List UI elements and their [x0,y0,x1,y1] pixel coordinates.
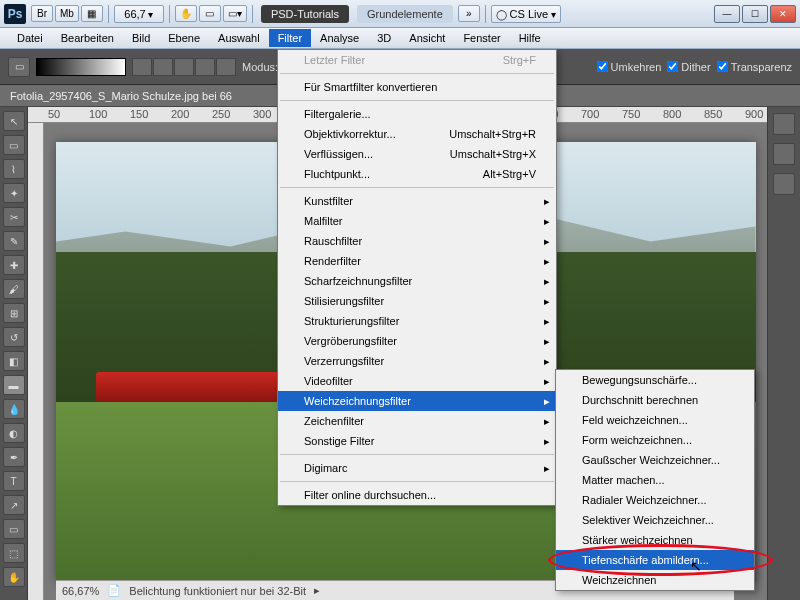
gradient-angle[interactable] [174,58,194,76]
gradient-tool[interactable]: ▬ [3,375,25,395]
filter-menu-dropdown: Letzter FilterStrg+FFür Smartfilter konv… [277,49,557,506]
ruler-vertical [28,123,44,600]
heal-tool[interactable]: ✚ [3,255,25,275]
menubar: DateiBearbeitenBildEbeneAuswahlFilterAna… [0,28,800,49]
panel-icon-1[interactable] [773,113,795,135]
submenu-item[interactable]: Tiefenschärfe abmildern... [556,550,754,570]
gradient-diamond[interactable] [216,58,236,76]
minimize-button[interactable]: — [714,5,740,23]
menu-item[interactable]: Rauschfilter▸ [278,231,556,251]
status-zoom[interactable]: 66,67% [62,585,99,597]
menu-bearbeiten[interactable]: Bearbeiten [52,29,123,47]
cslive-button[interactable]: ◯ CS Live ▾ [491,5,561,23]
lasso-tool[interactable]: ⌇ [3,159,25,179]
pen-tool[interactable]: ✒ [3,447,25,467]
3d-tool[interactable]: ⬚ [3,543,25,563]
menu-item[interactable]: Strukturierungsfilter▸ [278,311,556,331]
minibridge-button[interactable]: Mb [55,5,79,22]
type-tool[interactable]: T [3,471,25,491]
menu-item[interactable]: Zeichenfilter▸ [278,411,556,431]
menu-datei[interactable]: Datei [8,29,52,47]
menu-item[interactable]: Verflüssigen...Umschalt+Strg+X [278,144,556,164]
blur-submenu: Bewegungsunschärfe...Durchschnitt berech… [555,369,755,591]
status-message: Belichtung funktioniert nur bei 32-Bit [129,585,306,597]
submenu-item[interactable]: Selektiver Weichzeichner... [556,510,754,530]
dither-checkbox[interactable]: Dither [667,61,710,73]
close-button[interactable]: ✕ [770,5,796,23]
brush-tool[interactable]: 🖌 [3,279,25,299]
menu-item[interactable]: Objektivkorrektur...Umschalt+Strg+R [278,124,556,144]
marquee-tool[interactable]: ▭ [3,135,25,155]
shape-tool[interactable]: ▭ [3,519,25,539]
gradient-preview[interactable] [36,58,126,76]
tool-preset[interactable]: ▭ [8,57,30,77]
submenu-item[interactable]: Weichzeichnen [556,570,754,590]
gradient-radial[interactable] [153,58,173,76]
gradient-reflected[interactable] [195,58,215,76]
eraser-tool[interactable]: ◧ [3,351,25,371]
menu-ebene[interactable]: Ebene [159,29,209,47]
history-brush-tool[interactable]: ↺ [3,327,25,347]
more-workspaces[interactable]: » [458,5,480,22]
path-tool[interactable]: ↗ [3,495,25,515]
panel-icon-3[interactable] [773,173,795,195]
menu-item[interactable]: Für Smartfilter konvertieren [278,77,556,97]
gradient-linear[interactable] [132,58,152,76]
reverse-checkbox[interactable]: Umkehren [597,61,662,73]
menu-item[interactable]: Malfilter▸ [278,211,556,231]
submenu-item[interactable]: Gaußscher Weichzeichner... [556,450,754,470]
bridge-button[interactable]: Br [31,5,53,22]
move-tool[interactable]: ↖ [3,111,25,131]
crop-tool[interactable]: ✂ [3,207,25,227]
layout-button[interactable]: ▦ [81,5,103,22]
menu-3d[interactable]: 3D [368,29,400,47]
submenu-item[interactable]: Bewegungsunschärfe... [556,370,754,390]
submenu-item[interactable]: Radialer Weichzeichner... [556,490,754,510]
submenu-item[interactable]: Form weichzeichnen... [556,430,754,450]
mode-label: Modus: [242,61,278,73]
titlebar: Ps Br Mb ▦ 66,7 ▾ ✋ ▭ ▭▾ PSD-Tutorials G… [0,0,800,28]
panel-icon-2[interactable] [773,143,795,165]
menu-item[interactable]: Digimarc▸ [278,458,556,478]
workspace-dark[interactable]: PSD-Tutorials [261,5,349,23]
menu-item[interactable]: Scharfzeichnungsfilter▸ [278,271,556,291]
menu-item[interactable]: Weichzeichnungsfilter▸ [278,391,556,411]
app-logo: Ps [4,4,26,24]
menu-item[interactable]: Stilisierungsfilter▸ [278,291,556,311]
menu-bild[interactable]: Bild [123,29,159,47]
workspace-light[interactable]: Grundelemente [357,5,453,23]
view-button[interactable]: ▭ [199,5,221,22]
blur-tool[interactable]: 💧 [3,399,25,419]
menu-filter[interactable]: Filter [269,29,311,47]
menu-analyse[interactable]: Analyse [311,29,368,47]
menu-item[interactable]: Vergröberungsfilter▸ [278,331,556,351]
eyedropper-tool[interactable]: ✎ [3,231,25,251]
screen-button[interactable]: ▭▾ [223,5,247,22]
submenu-item[interactable]: Durchschnitt berechnen [556,390,754,410]
transparency-checkbox[interactable]: Transparenz [717,61,792,73]
menu-item[interactable]: Fluchtpunkt...Alt+Strg+V [278,164,556,184]
cursor-icon: ↖ [690,558,702,574]
menu-item[interactable]: Verzerrungsfilter▸ [278,351,556,371]
menu-item[interactable]: Videofilter▸ [278,371,556,391]
hand-button[interactable]: ✋ [175,5,197,22]
zoom-level[interactable]: 66,7 ▾ [114,5,164,23]
hand-tool[interactable]: ✋ [3,567,25,587]
wand-tool[interactable]: ✦ [3,183,25,203]
submenu-item[interactable]: Matter machen... [556,470,754,490]
submenu-item[interactable]: Feld weichzeichnen... [556,410,754,430]
submenu-item[interactable]: Stärker weichzeichnen [556,530,754,550]
menu-hilfe[interactable]: Hilfe [510,29,550,47]
menu-ansicht[interactable]: Ansicht [400,29,454,47]
menu-item[interactable]: Kunstfilter▸ [278,191,556,211]
dodge-tool[interactable]: ◐ [3,423,25,443]
menu-item[interactable]: Filter online durchsuchen... [278,485,556,505]
stamp-tool[interactable]: ⊞ [3,303,25,323]
menu-auswahl[interactable]: Auswahl [209,29,269,47]
menu-item[interactable]: Renderfilter▸ [278,251,556,271]
menu-fenster[interactable]: Fenster [454,29,509,47]
menu-item[interactable]: Sonstige Filter▸ [278,431,556,451]
maximize-button[interactable]: ☐ [742,5,768,23]
menu-item[interactable]: Filtergalerie... [278,104,556,124]
gradient-type-buttons [132,58,236,76]
